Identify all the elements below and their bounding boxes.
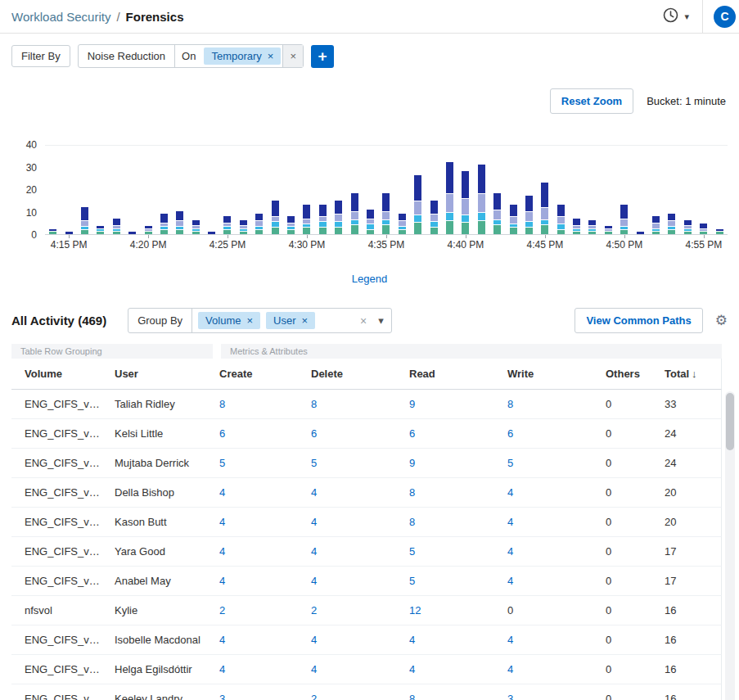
read-count-link[interactable]: 8 [409, 486, 415, 499]
chart-bar[interactable] [140, 146, 155, 234]
chart-bar[interactable] [442, 146, 457, 234]
chart-bar[interactable] [251, 146, 267, 234]
write-count-link[interactable]: 4 [507, 486, 513, 499]
chart-bar[interactable] [61, 146, 76, 234]
read-count-link[interactable]: 8 [409, 693, 415, 700]
create-count-link[interactable]: 3 [219, 693, 225, 700]
column-header-user[interactable]: User [110, 359, 214, 389]
read-count-link[interactable]: 9 [409, 457, 415, 469]
chart-bar[interactable] [315, 146, 331, 234]
write-count-link[interactable]: 5 [507, 457, 513, 469]
create-count-link[interactable]: 4 [219, 575, 225, 587]
filter-by-button[interactable]: Filter By [11, 45, 70, 67]
chart-bar[interactable] [601, 146, 616, 234]
create-count-link[interactable]: 2 [219, 604, 225, 616]
chart-bar[interactable] [584, 146, 600, 234]
write-count-link[interactable]: 4 [507, 634, 513, 646]
chart-bar[interactable] [553, 146, 569, 234]
chart-bar[interactable] [632, 146, 647, 234]
create-count-link[interactable]: 8 [219, 398, 225, 410]
legend-toggle[interactable]: Legend [352, 273, 387, 285]
group-chip-volume[interactable]: Volume × [198, 312, 260, 329]
chart-bar[interactable] [569, 146, 584, 234]
chart-bar[interactable] [45, 146, 61, 234]
chart-bar[interactable] [664, 146, 679, 234]
column-header-create[interactable]: Create [214, 359, 306, 389]
column-header-delete[interactable]: Delete [306, 359, 404, 389]
column-header-read[interactable]: Read [404, 359, 502, 389]
delete-count-link[interactable]: 2 [311, 604, 317, 616]
delete-count-link[interactable]: 4 [311, 634, 317, 646]
chart-bar[interactable] [410, 146, 426, 234]
remove-group-icon[interactable]: × [302, 314, 309, 327]
chart-bar[interactable] [219, 146, 235, 234]
read-count-link[interactable]: 5 [409, 575, 415, 587]
filter-attribute[interactable]: Noise Reduction [79, 45, 175, 67]
create-count-link[interactable]: 4 [219, 663, 225, 675]
delete-count-link[interactable]: 4 [311, 545, 317, 558]
write-count-link[interactable]: 4 [507, 663, 513, 675]
write-count-link[interactable]: 3 [507, 693, 513, 700]
chart-bar[interactable] [283, 146, 299, 234]
chart-bar[interactable] [537, 146, 552, 234]
write-count-link[interactable]: 4 [507, 575, 513, 587]
read-count-link[interactable]: 9 [409, 398, 415, 410]
time-range-picker[interactable]: ▾ [650, 0, 702, 33]
create-count-link[interactable]: 5 [219, 457, 225, 469]
chart-bar[interactable] [711, 146, 727, 234]
chart-bar[interactable] [299, 146, 314, 234]
group-chip-user[interactable]: User × [266, 312, 315, 329]
filter-value-chip[interactable]: Temporary × [204, 47, 281, 65]
chart-bar[interactable] [521, 146, 537, 234]
chart-bar[interactable] [236, 146, 251, 234]
read-count-link[interactable]: 6 [409, 427, 415, 440]
gear-icon[interactable]: ⚙ [715, 312, 728, 329]
remove-value-icon[interactable]: × [268, 50, 274, 62]
breadcrumb-parent-link[interactable]: Workload Security [11, 10, 110, 24]
create-count-link[interactable]: 4 [219, 545, 225, 558]
read-count-link[interactable]: 4 [409, 634, 415, 646]
chevron-down-icon[interactable]: ▾ [371, 309, 391, 332]
scrollbar-thumb[interactable] [726, 393, 734, 450]
chart-bar[interactable] [124, 146, 140, 234]
remove-group-icon[interactable]: × [246, 314, 253, 327]
chart-bar[interactable] [77, 146, 92, 234]
column-header-volume[interactable]: Volume [20, 359, 110, 389]
chart-bar[interactable] [156, 146, 172, 234]
chart-bar[interactable] [346, 146, 362, 234]
add-filter-button[interactable]: + [311, 45, 334, 68]
chart-bar[interactable] [648, 146, 664, 234]
write-count-link[interactable]: 4 [507, 545, 513, 558]
read-count-link[interactable]: 4 [409, 663, 415, 675]
chart-bar[interactable] [426, 146, 441, 234]
delete-count-link[interactable]: 4 [311, 575, 317, 587]
delete-count-link[interactable]: 6 [311, 427, 317, 440]
chart-bar[interactable] [92, 146, 108, 234]
chart-bar[interactable] [489, 146, 505, 234]
clear-groups-button[interactable]: × [356, 309, 371, 332]
write-count-link[interactable]: 8 [507, 398, 513, 410]
delete-count-link[interactable]: 4 [311, 486, 317, 499]
avatar[interactable]: C [714, 6, 736, 28]
view-common-paths-button[interactable]: View Common Paths [575, 308, 702, 333]
read-count-link[interactable]: 8 [409, 516, 415, 528]
delete-count-link[interactable]: 4 [311, 663, 317, 675]
create-count-link[interactable]: 4 [219, 486, 225, 499]
chart-bar[interactable] [378, 146, 394, 234]
group-by-chips[interactable]: Volume × User × [192, 309, 356, 332]
chart-bar[interactable] [394, 146, 410, 234]
delete-count-link[interactable]: 4 [311, 516, 317, 528]
table-scrollbar[interactable] [725, 391, 735, 700]
write-count-link[interactable]: 6 [507, 427, 513, 440]
chart-bar[interactable] [505, 146, 520, 234]
reset-zoom-button[interactable]: Reset Zoom [550, 88, 633, 114]
chart-bar[interactable] [363, 146, 378, 234]
column-header-others[interactable]: Others [601, 359, 660, 389]
chart-bar[interactable] [696, 146, 711, 234]
chart-bar[interactable] [616, 146, 632, 234]
write-count-link[interactable]: 4 [507, 516, 513, 528]
chart-bar[interactable] [474, 146, 489, 234]
chart-bar[interactable] [204, 146, 219, 234]
chart-bar[interactable] [109, 146, 124, 234]
create-count-link[interactable]: 4 [219, 634, 225, 646]
